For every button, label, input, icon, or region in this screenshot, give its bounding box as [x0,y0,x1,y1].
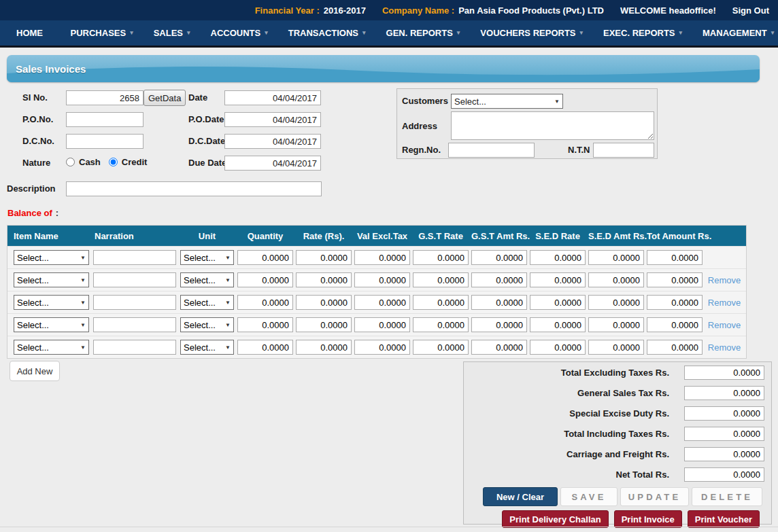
save-button[interactable]: SAVE [560,487,618,506]
description-input[interactable] [66,181,322,196]
narration-input[interactable] [93,250,176,265]
gst-rate-input[interactable] [413,340,469,355]
sed-rate-input[interactable] [530,295,586,310]
tot-amount-input[interactable] [647,295,703,310]
val-excl-tax-input[interactable] [354,250,410,265]
add-new-button[interactable]: Add New [10,361,60,381]
gst-rate-input[interactable] [413,317,469,332]
gst-amt-input[interactable] [471,250,527,265]
val-excl-tax-input[interactable] [354,340,410,355]
item-name-select[interactable]: Select... [14,272,89,287]
si-no-input[interactable] [66,90,143,105]
nav-item-transactions[interactable]: TRANSACTIONS ▾ [278,20,376,46]
get-data-button[interactable]: GetData [143,90,186,106]
quantity-input[interactable] [237,340,293,355]
dc-date-input[interactable] [224,134,321,149]
tot-amount-input[interactable] [647,272,703,287]
sed-amt-input[interactable] [588,272,644,287]
unit-select[interactable]: Select... [180,340,234,355]
item-name-select[interactable]: Select... [14,295,89,310]
sign-out-link[interactable]: Sign Out [732,5,769,16]
remove-row-link[interactable]: Remove [708,320,741,330]
quantity-input[interactable] [237,272,293,287]
ntn-input[interactable] [593,143,654,158]
address-textarea[interactable] [451,111,654,140]
po-date-input[interactable] [224,112,321,127]
tot-amount-input[interactable] [647,340,703,355]
new-clear-button[interactable]: New / Clear [483,487,558,506]
date-label: Date [188,90,207,105]
nav-item-management[interactable]: MANAGEMENT ▾ [692,20,778,46]
nav-item-gen-reports[interactable]: GEN. REPORTS ▾ [376,20,471,46]
nav-item-purchases[interactable]: PURCHASES ▾ [61,20,143,46]
quantity-input[interactable] [237,317,293,332]
update-button[interactable]: UPDATE [620,487,689,506]
narration-input[interactable] [93,317,176,332]
rate-input[interactable] [296,272,352,287]
nav-item-home[interactable]: HOME ▾ [6,20,61,46]
nav-item-accounts[interactable]: ACCOUNTS ▾ [201,20,278,46]
item-name-select[interactable]: Select... [14,250,89,265]
nature-credit-radio[interactable] [109,158,118,166]
sed-amt-input[interactable] [588,317,644,332]
quantity-input[interactable] [237,295,293,310]
gst-amt-input[interactable] [471,340,527,355]
po-no-input[interactable] [66,112,143,127]
remove-row-link[interactable]: Remove [708,275,741,285]
val-excl-tax-input[interactable] [354,295,410,310]
dc-no-label: D.C.No. [22,134,54,149]
print-voucher-button[interactable]: Print Voucher [688,510,760,528]
sed-amt-input[interactable] [588,340,644,355]
nature-cash-radio[interactable] [66,158,75,166]
rate-input[interactable] [296,250,352,265]
totals-row-input[interactable] [684,427,764,441]
gst-rate-input[interactable] [413,250,469,265]
tot-amount-input[interactable] [647,250,703,265]
unit-select[interactable]: Select... [180,317,234,332]
nav-item-exec-reports[interactable]: EXEC. REPORTS ▾ [593,20,692,46]
item-name-select[interactable]: Select... [14,317,89,332]
narration-input[interactable] [93,340,176,355]
rate-input[interactable] [296,295,352,310]
sed-rate-input[interactable] [530,250,586,265]
sed-amt-input[interactable] [588,295,644,310]
due-date-input[interactable] [224,156,321,171]
remove-row-link[interactable]: Remove [708,298,741,308]
totals-row-input[interactable] [684,467,764,482]
totals-row-input[interactable] [684,366,764,380]
tot-amount-input[interactable] [647,317,703,332]
totals-row-input[interactable] [684,386,764,400]
unit-select[interactable]: Select... [180,272,234,287]
gst-rate-input[interactable] [413,295,469,310]
quantity-input[interactable] [237,250,293,265]
print-delivery-challan-button[interactable]: Print Delivery Challan [502,510,608,528]
unit-select[interactable]: Select... [180,295,234,310]
date-input[interactable] [224,90,321,105]
customers-select[interactable]: Select... [451,94,563,109]
totals-row-input[interactable] [684,447,764,461]
sed-rate-input[interactable] [530,272,586,287]
rate-input[interactable] [296,317,352,332]
narration-input[interactable] [93,272,176,287]
gst-amt-input[interactable] [471,272,527,287]
print-invoice-button[interactable]: Print Invoice [614,510,682,528]
remove-row-link[interactable]: Remove [708,342,741,353]
sed-amt-input[interactable] [588,250,644,265]
dc-no-input[interactable] [66,134,143,149]
item-name-select[interactable]: Select... [14,340,89,355]
rate-input[interactable] [296,340,352,355]
narration-input[interactable] [93,295,176,310]
gst-amt-input[interactable] [471,317,527,332]
nav-item-sales[interactable]: SALES ▾ [143,20,201,46]
val-excl-tax-input[interactable] [354,317,410,332]
regn-no-input[interactable] [448,143,535,158]
gst-rate-input[interactable] [413,272,469,287]
totals-row-input[interactable] [684,406,764,421]
sed-rate-input[interactable] [530,317,586,332]
val-excl-tax-input[interactable] [354,272,410,287]
delete-button[interactable]: DELETE [692,487,762,506]
sed-rate-input[interactable] [530,340,586,355]
gst-amt-input[interactable] [471,295,527,310]
unit-select[interactable]: Select... [180,250,234,265]
nav-item-vouchers-reports[interactable]: VOUCHERS REPORTS ▾ [470,20,593,46]
